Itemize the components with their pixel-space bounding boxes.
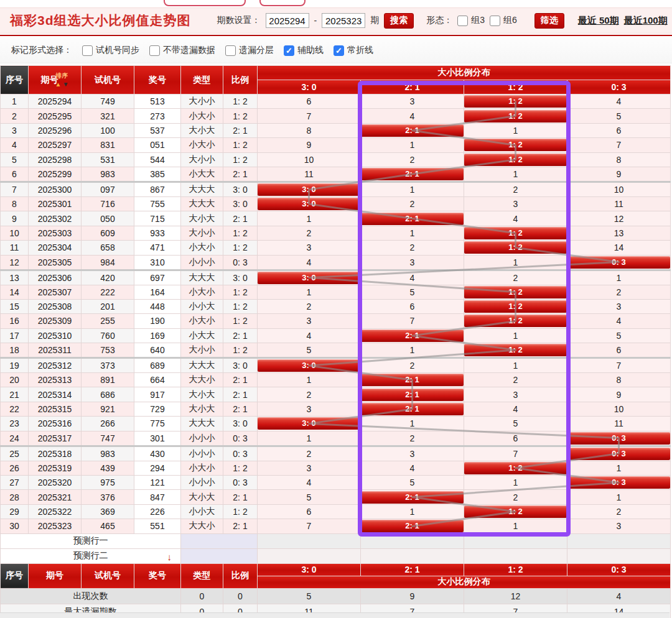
cell-seq: 22 xyxy=(1,402,29,416)
miss-count-cell: 3 xyxy=(258,402,361,416)
miss-count-cell: 10 xyxy=(258,152,361,167)
cell-prize: 121 xyxy=(134,476,181,490)
cell-seq: 19 xyxy=(1,358,29,373)
cell-seq: 4 xyxy=(1,138,29,152)
cell-prize: 294 xyxy=(134,461,181,475)
period-to-input[interactable] xyxy=(322,13,365,28)
mark-options-label: 标记形式选择： xyxy=(11,45,72,56)
table-row: 262025319439294小大小1: 2341: 21 xyxy=(1,461,671,475)
footer-header-distribution: 大小比例分布 xyxy=(258,576,671,588)
cell-test: 100 xyxy=(82,123,134,137)
cell-seq: 16 xyxy=(1,314,29,328)
cell-type: 小小大 xyxy=(181,504,223,519)
cell-prize: 430 xyxy=(134,446,181,461)
prediction-row-1-label[interactable]: 预测行一 xyxy=(1,533,181,548)
cell-period: 2025312 xyxy=(29,358,82,373)
cell-seq: 29 xyxy=(1,504,29,519)
hit-ratio-cell: 2: 1 xyxy=(361,403,464,415)
cell-period: 2025310 xyxy=(29,328,82,343)
mark-option-常折线[interactable]: ✓常折线 xyxy=(334,45,373,56)
miss-count-cell: 2 xyxy=(361,431,464,446)
hit-ratio-cell: 2: 1 xyxy=(361,520,464,532)
dist-cell: 2: 1 xyxy=(361,490,464,504)
cell-test: 609 xyxy=(82,226,134,240)
miss-count-cell: 2 xyxy=(361,358,464,373)
hit-ratio-cell: 0: 3 xyxy=(567,448,670,460)
table-row: 302025323465551大大小2: 172: 113 xyxy=(1,519,671,533)
cell-type: 大小小 xyxy=(181,152,223,167)
hit-ratio-cell: 1: 2 xyxy=(464,286,567,298)
cell-prize: 917 xyxy=(134,387,181,402)
cell-seq: 23 xyxy=(1,417,29,431)
cell-period: 2025306 xyxy=(29,270,82,285)
cell-test: 984 xyxy=(82,255,134,270)
cell-prize: 664 xyxy=(134,373,181,387)
cell-type: 小大小 xyxy=(181,461,223,475)
miss-count-cell: 7 xyxy=(567,358,671,373)
miss-count-cell: 2 xyxy=(464,490,567,504)
table-row: 192025312373689大大大3: 03: 0217 xyxy=(1,358,671,373)
table-row: 112025304658471小大小1: 2321: 214 xyxy=(1,241,671,255)
cell-type: 大小大 xyxy=(181,123,223,137)
dist-cell: 0: 3 xyxy=(567,431,671,446)
cell-type: 小大小 xyxy=(181,314,223,328)
cell-ratio: 1: 2 xyxy=(223,241,258,255)
checkbox-group3[interactable]: 组3 xyxy=(457,15,485,26)
col-header-period-sort[interactable]: 期号 排序 ▲▼ xyxy=(29,66,82,95)
checkbox-group6-label: 组6 xyxy=(503,15,517,26)
mark-option-辅助线[interactable]: ✓辅助线 xyxy=(284,45,324,56)
filter-button[interactable]: 筛选 xyxy=(534,13,564,29)
cell-period: 2025309 xyxy=(29,314,82,328)
checkbox-group6[interactable]: 组6 xyxy=(490,15,517,26)
cell-type: 小大大 xyxy=(181,328,223,343)
table-row: 62025299983385小大大2: 1112: 119 xyxy=(1,167,671,182)
cell-period: 2025313 xyxy=(29,373,82,387)
mark-options-list: 试机号同步不带遗漏数据遗漏分层✓辅助线✓常折线 xyxy=(82,45,373,56)
prediction-input-cell[interactable] xyxy=(181,533,258,548)
cell-period: 2025314 xyxy=(29,387,82,402)
table-row: 42025297831051小大小1: 2911: 27 xyxy=(1,138,671,152)
mark-option-试机号同步[interactable]: 试机号同步 xyxy=(82,45,139,56)
miss-count-cell: 12 xyxy=(567,211,671,226)
cell-seq: 7 xyxy=(1,182,29,196)
recent-100-link[interactable]: 最近100期 xyxy=(624,15,668,27)
miss-count-cell: 4 xyxy=(258,255,361,270)
dist-cell: 1: 2 xyxy=(464,95,567,109)
hit-ratio-cell: 1: 2 xyxy=(464,95,567,108)
top-cropped-button-1[interactable] xyxy=(164,0,246,6)
miss-count-cell: 2 xyxy=(258,299,361,313)
miss-count-cell: 2 xyxy=(464,270,567,285)
cell-test: 266 xyxy=(82,417,134,431)
cell-ratio: 2: 1 xyxy=(223,123,258,137)
cell-seq: 3 xyxy=(1,123,29,137)
cell-seq: 15 xyxy=(1,299,29,313)
search-button[interactable]: 搜索 xyxy=(384,13,414,29)
prediction-row-2-label[interactable]: 预测行二 ↓ xyxy=(1,548,181,563)
cell-seq: 25 xyxy=(1,446,29,461)
miss-count-cell: 4 xyxy=(361,109,464,123)
cell-seq: 5 xyxy=(1,152,29,167)
cell-type: 大大大 xyxy=(181,270,223,285)
footer-header-seq: 序号 xyxy=(1,563,29,588)
recent-50-link[interactable]: 最近 50期 xyxy=(578,15,619,27)
col-header-distribution: 大小比例分布 xyxy=(258,66,671,80)
prediction-input-cell[interactable] xyxy=(181,548,258,563)
stat-value: 5 xyxy=(258,588,361,604)
miss-count-cell: 9 xyxy=(567,167,671,182)
cell-period: 2025301 xyxy=(29,196,82,211)
cell-test: 050 xyxy=(82,211,134,226)
cell-test: 983 xyxy=(82,446,134,461)
top-cropped-button-2[interactable] xyxy=(259,0,306,6)
miss-count-cell: 7 xyxy=(464,446,567,461)
miss-count-cell: 4 xyxy=(567,95,671,109)
cell-ratio: 3: 0 xyxy=(223,358,258,373)
miss-count-cell: 9 xyxy=(258,138,361,152)
mark-option-遗漏分层[interactable]: 遗漏分层 xyxy=(225,45,274,56)
miss-count-cell: 1 xyxy=(361,138,464,152)
mark-option-不带遗漏数据[interactable]: 不带遗漏数据 xyxy=(149,45,215,56)
cell-seq: 24 xyxy=(1,431,29,446)
period-from-input[interactable] xyxy=(266,13,309,28)
cell-period: 2025311 xyxy=(29,343,82,358)
col-header-ratio-2-1: 2: 1 xyxy=(361,80,464,95)
col-header-type: 类型 xyxy=(181,66,223,95)
